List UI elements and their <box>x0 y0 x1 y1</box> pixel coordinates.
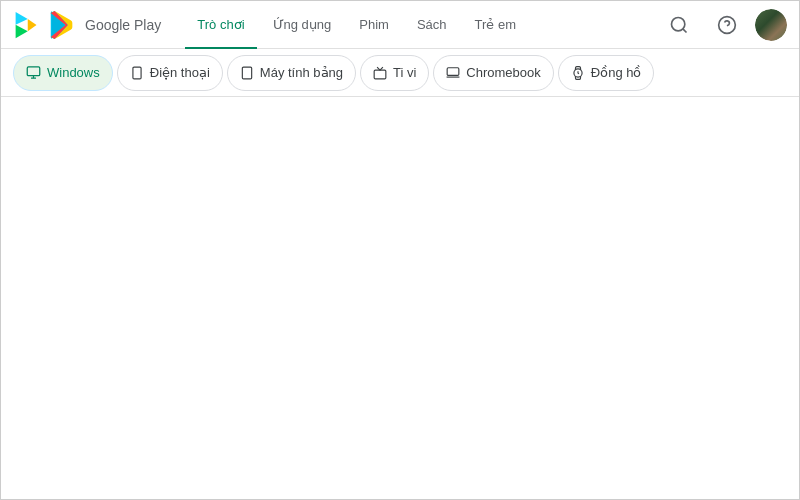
phone-icon <box>130 66 144 80</box>
svg-rect-12 <box>448 67 460 75</box>
avatar-image <box>755 9 787 41</box>
device-tab-windows[interactable]: Windows <box>13 55 113 91</box>
svg-rect-9 <box>242 67 251 79</box>
watch-icon <box>571 66 585 80</box>
nav-item-tro-choi[interactable]: Trò chơi <box>185 1 256 49</box>
help-button[interactable] <box>707 5 747 45</box>
device-tab-dien-thoai[interactable]: Điện thoại <box>117 55 223 91</box>
search-button[interactable] <box>659 5 699 45</box>
logo-link[interactable]: Google Play <box>13 11 161 39</box>
play-logo-icon <box>13 11 41 39</box>
svg-point-0 <box>672 17 685 30</box>
svg-rect-4 <box>27 67 40 76</box>
device-tab-may-tinh-bang[interactable]: Máy tính bảng <box>227 55 356 91</box>
svg-line-1 <box>683 28 687 32</box>
search-icon <box>669 15 689 35</box>
svg-rect-11 <box>374 70 386 79</box>
device-tab-chromebook[interactable]: Chromebook <box>433 55 553 91</box>
google-play-logo-icon <box>49 11 77 39</box>
help-icon <box>717 15 737 35</box>
nav-item-ung-dung[interactable]: Ứng dụng <box>261 1 344 49</box>
chromebook-icon <box>446 66 460 80</box>
windows-icon <box>26 65 41 80</box>
nav-item-tre-em[interactable]: Trẻ em <box>463 1 528 49</box>
tv-icon <box>373 66 387 80</box>
user-avatar[interactable] <box>755 9 787 41</box>
tablet-icon <box>240 66 254 80</box>
svg-rect-7 <box>133 67 141 79</box>
device-tab-ti-vi[interactable]: Ti vi <box>360 55 429 91</box>
header-actions <box>659 5 787 45</box>
nav-item-phim[interactable]: Phim <box>347 1 401 49</box>
sub-nav: Windows Điện thoại Máy tính bảng <box>1 49 799 97</box>
main-nav: Trò chơi Ứng dụng Phim Sách Trẻ em <box>185 1 659 49</box>
header: Google Play Trò chơi Ứng dụng Phim Sách … <box>1 1 799 49</box>
device-tab-dong-ho[interactable]: Đồng hồ <box>558 55 655 91</box>
nav-item-sach[interactable]: Sách <box>405 1 459 49</box>
logo-text: Google Play <box>85 17 161 33</box>
main-content <box>1 97 799 500</box>
